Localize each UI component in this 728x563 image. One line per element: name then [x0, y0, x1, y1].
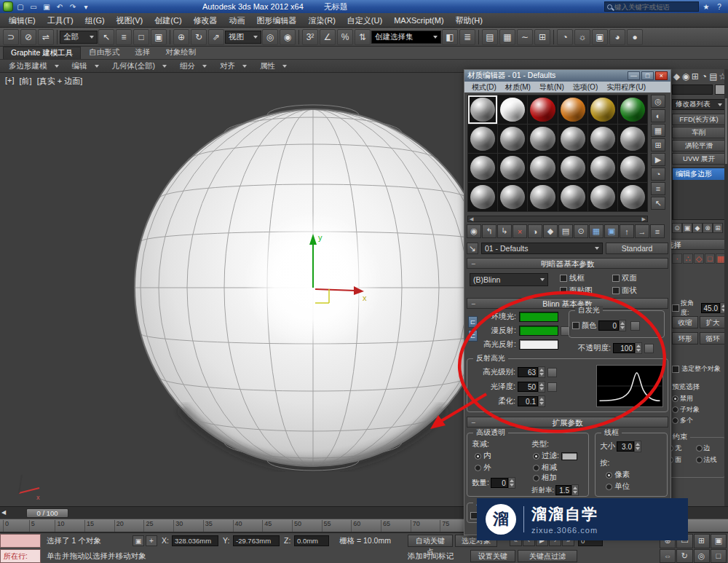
angle-snap-icon[interactable]: ∠ [320, 29, 336, 45]
ribbon-panel-align[interactable]: 对齐 [214, 61, 253, 71]
menu-create[interactable]: 创建(C) [149, 13, 187, 28]
polygon-subobject-icon[interactable]: □ [705, 253, 715, 264]
material-sample-slot[interactable] [528, 154, 557, 182]
wire-size-value[interactable]: 3.0 [617, 441, 634, 452]
help-icon[interactable]: ? [713, 1, 725, 12]
ior-value[interactable]: 1.5 [555, 485, 571, 495]
shader-type-dropdown[interactable]: (B)Blinn [470, 273, 548, 286]
ior-spinner[interactable] [571, 484, 579, 496]
edge-subobject-icon[interactable]: ∴ [683, 253, 693, 264]
save-file-icon[interactable]: ▣ [41, 1, 52, 12]
soften-value[interactable]: 0.1 [518, 396, 538, 406]
time-slider[interactable]: 0 / 100 [26, 508, 68, 518]
video-color-check-icon[interactable]: ▶ [651, 153, 665, 166]
menu-rendering[interactable]: 渲染(R) [303, 13, 341, 28]
opacity-spinner[interactable] [635, 342, 642, 354]
filter-color-swatch[interactable] [561, 452, 577, 460]
opacity-map-button[interactable] [644, 344, 654, 353]
faceted-checkbox[interactable] [612, 287, 620, 294]
render-production-icon[interactable]: ◕ [609, 29, 625, 45]
opacity-value[interactable]: 100 [613, 343, 635, 353]
options-icon[interactable]: ≡ [651, 182, 665, 195]
menu-graph-editors[interactable]: 图形编辑器 [251, 13, 303, 28]
glossiness-spinner[interactable] [538, 381, 545, 393]
preview-multi-radio[interactable] [672, 417, 678, 424]
pick-material-from-object-icon[interactable]: ↘ [467, 243, 478, 254]
x-coordinate-field[interactable]: 328.036mm [172, 535, 218, 546]
orbit-icon[interactable]: ↻ [676, 549, 692, 563]
specular-level-value[interactable]: 63 [518, 367, 538, 377]
go-to-sibling-icon[interactable]: → [635, 224, 649, 238]
select-object-icon[interactable]: ↖ [98, 29, 114, 45]
menu-maxscript[interactable]: MAXScript(M) [388, 13, 449, 28]
amount-value[interactable]: 0 [491, 478, 508, 488]
modifier-button-lathe[interactable]: 车削 [672, 127, 726, 138]
by-angle-value[interactable]: 45.0 [701, 303, 720, 313]
loop-button[interactable]: 循环 [700, 332, 726, 345]
qat-dropdown-icon[interactable]: ▾ [80, 1, 92, 12]
close-icon[interactable]: × [655, 71, 668, 80]
self-illumination-map-button[interactable] [630, 321, 640, 331]
maxscript-mini-listener-top[interactable] [0, 534, 41, 548]
material-sample-slot[interactable] [558, 95, 587, 124]
diffuse-color-swatch[interactable] [519, 326, 558, 336]
select-and-rotate-icon[interactable]: ↻ [191, 29, 207, 45]
menu-animation[interactable]: 动画 [223, 13, 251, 28]
glossiness-map-button[interactable] [547, 382, 557, 392]
percent-snap-icon[interactable]: % [337, 29, 353, 45]
ribbon-panel-polygon-modeling[interactable]: 多边形建模 [3, 61, 65, 71]
modifier-stack[interactable]: 编辑多边形 [672, 168, 726, 220]
ribbon-tab-object-paint[interactable]: 对象绘制 [158, 47, 203, 59]
select-whole-object-checkbox[interactable] [672, 366, 679, 373]
material-type-button[interactable]: Standard [606, 243, 668, 254]
self-illumination-color-checkbox[interactable] [572, 322, 579, 329]
select-and-link-icon[interactable]: ⊃ [3, 29, 19, 45]
help-search-box[interactable] [604, 1, 699, 12]
me-menu-material[interactable]: 材质(M) [501, 82, 535, 92]
hierarchy-tab-icon[interactable]: ⊞ [690, 71, 700, 82]
vertex-subobject-icon[interactable]: · [672, 253, 682, 264]
specular-level-map-button[interactable] [547, 368, 557, 377]
schematic-view-icon[interactable]: ⊞ [534, 29, 550, 45]
make-unique-icon[interactable]: ◆ [543, 224, 558, 238]
add-time-tag[interactable]: 添加时间标记 [408, 551, 454, 562]
maximize-icon[interactable]: □ [641, 71, 654, 80]
use-pivot-center-icon[interactable]: ◎ [262, 29, 278, 45]
pin-stack-icon[interactable]: ⊙ [672, 223, 682, 233]
zoom-region-icon[interactable]: ▣ [711, 534, 727, 548]
wire-checkbox[interactable] [560, 275, 567, 282]
object-color-swatch[interactable] [715, 84, 725, 95]
material-sample-slot[interactable] [468, 125, 497, 153]
scroll-left-icon[interactable]: ◀ [470, 216, 473, 222]
scroll-right-icon[interactable]: ▶ [642, 216, 646, 222]
extended-params-header[interactable]: 扩展参数 [467, 417, 668, 428]
material-sample-slot[interactable] [618, 183, 647, 211]
specular-color-swatch[interactable] [519, 339, 558, 350]
ribbon-panel-geometry-all[interactable]: 几何体(全部) [106, 61, 173, 71]
material-sample-slot[interactable] [618, 95, 647, 124]
material-editor-titlebar[interactable]: 材质编辑器 - 01 - Defaults — □ × [464, 70, 670, 82]
ambient-color-swatch[interactable] [519, 312, 558, 322]
reference-coordinate-dropdown[interactable]: 视图 [225, 31, 261, 44]
material-sample-slot[interactable] [528, 95, 557, 124]
units-radio[interactable] [606, 484, 612, 490]
backlight-icon[interactable]: ◐ [651, 109, 665, 122]
select-and-scale-icon[interactable]: ⇗ [208, 29, 224, 45]
shader-basic-params-header[interactable]: 明暗器基本参数 [467, 258, 668, 269]
field-of-view-icon[interactable]: ◎ [694, 549, 710, 563]
modify-tab-icon[interactable]: ◉ [681, 71, 691, 82]
background-icon[interactable]: ▦ [651, 124, 665, 137]
material-sample-slot[interactable] [468, 154, 497, 182]
preview-subobject-radio[interactable] [672, 406, 678, 413]
sample-slot-scrollbar[interactable]: ◀▶ [467, 216, 648, 222]
make-preview-icon[interactable]: ◔ [651, 168, 665, 181]
material-sample-slot[interactable] [528, 183, 557, 211]
select-and-manipulate-icon[interactable]: ◉ [280, 29, 296, 45]
make-unique-icon[interactable]: ◆ [692, 223, 703, 233]
material-map-navigator-icon[interactable]: ≡ [650, 224, 665, 238]
menu-modifiers[interactable]: 修改器 [188, 13, 223, 28]
viewport-menu-general[interactable]: [+] [5, 76, 15, 87]
absolute-mode-icon[interactable]: + [146, 535, 157, 546]
material-sample-slot[interactable] [498, 183, 527, 211]
set-key-button[interactable]: 设置关键点 [470, 550, 515, 562]
